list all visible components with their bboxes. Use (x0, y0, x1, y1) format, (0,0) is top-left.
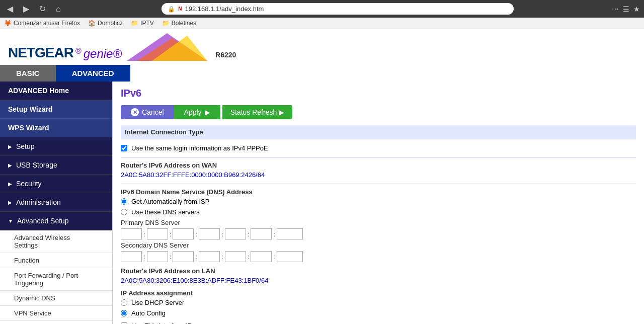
primary-dns-2[interactable] (147, 228, 168, 239)
logo-triangle (127, 33, 207, 61)
home-button[interactable]: ⌂ (53, 4, 64, 15)
get-auto-row: Get Automatically from ISP (121, 198, 636, 205)
browser-chrome: ◀ ▶ ↻ ⌂ 🔒 N 192.168.1.1/adv_index.htm ⋯ … (0, 0, 644, 18)
secondary-dns-5[interactable] (225, 251, 246, 262)
dns-sep-s6: : (273, 253, 276, 261)
divider-1 (121, 157, 636, 157)
dns-sep-s3: : (195, 253, 198, 261)
sidebar-item-setup-wizard[interactable]: Setup Wizard (0, 100, 112, 119)
bookmarks-bar: 🦊 Comenzar a usar Firefox 🏠 Domoticz 📁 I… (0, 18, 644, 29)
bookmark-iptv[interactable]: 📁 IPTV (131, 20, 154, 27)
star-icon[interactable]: ★ (633, 5, 640, 13)
sidebar-item-port-forwarding[interactable]: Port Forwarding / PortTriggering (0, 268, 112, 291)
auto-config-radio[interactable] (121, 310, 127, 316)
url-text: 192.168.1.1/adv_index.htm (185, 5, 508, 13)
back-button[interactable]: ◀ (4, 3, 16, 15)
tab-basic[interactable]: BASIC (0, 65, 56, 82)
sidebar-item-wps-wizard[interactable]: WPS Wizard (0, 119, 112, 137)
sidebar-item-static-routes[interactable]: Static Routes (0, 321, 112, 324)
status-refresh-button[interactable]: Status Refresh ▶ (222, 105, 293, 119)
address-security-icon: 🔒 (168, 6, 175, 13)
sidebar-item-vpn-service[interactable]: VPN Service (0, 306, 112, 321)
primary-dns-5[interactable] (225, 228, 246, 239)
refresh-button[interactable]: ↻ (36, 3, 49, 15)
tab-bar: BASIC ADVANCED (0, 65, 644, 82)
registered-mark: ® (75, 45, 82, 56)
lan-label: Router's IPv6 Address on LAN (121, 267, 636, 275)
secondary-dns-1[interactable] (121, 251, 142, 262)
dns-sep-s5: : (247, 253, 250, 261)
apply-button[interactable]: Apply ▶ (174, 105, 220, 119)
dns-sep-5: : (247, 230, 250, 238)
auto-config-row: Auto Config (121, 309, 636, 317)
sidebar-item-dynamic-dns[interactable]: Dynamic DNS (0, 291, 112, 306)
use-dhcp-label: Use DHCP Server (131, 299, 184, 306)
secondary-dns-7[interactable] (277, 251, 303, 262)
sidebar-group-setup[interactable]: ▶ Setup (0, 137, 112, 156)
logo-netgear-text: NETGEAR (8, 45, 73, 61)
bookmark-list-icon[interactable]: ☰ (623, 5, 629, 13)
get-auto-label: Get Automatically from ISP (131, 198, 209, 205)
dns-sep-s2: : (169, 253, 172, 261)
auto-config-label: Auto Config (131, 309, 166, 317)
netgear-icon: N (178, 6, 182, 12)
sidebar-group-administration[interactable]: ▶ Administration (0, 193, 112, 212)
content-area: IPv6 ✕ Cancel Apply ▶ Status Refresh ▶ (113, 82, 644, 324)
secondary-dns-3[interactable] (173, 251, 194, 262)
dns-sep-s1: : (143, 253, 146, 261)
address-bar[interactable]: 🔒 N 192.168.1.1/adv_index.htm (162, 3, 514, 15)
sidebar: ADVANCED Home Setup Wizard WPS Wizard ▶ … (0, 82, 113, 324)
interface-id-label: Use This interface ID (131, 322, 192, 324)
primary-dns-4[interactable] (199, 228, 220, 239)
use-same-login-label: Use the same login information as IPv4 P… (131, 144, 268, 152)
use-these-row: Use these DNS servers (121, 208, 636, 216)
ip-assignment-section: IP Address assignment Use DHCP Server Au… (121, 289, 636, 317)
browser-actions: ⋯ ☰ ★ (612, 5, 640, 13)
router-header: NETGEAR ® genie® R6220 (0, 29, 644, 65)
router-ui: NETGEAR ® genie® R6220 BASIC ADVANCED AD… (0, 29, 644, 324)
sidebar-item-advanced-home[interactable]: ADVANCED Home (0, 82, 112, 100)
cancel-button[interactable]: ✕ Cancel (121, 105, 174, 119)
dns-sep-2: : (169, 230, 172, 238)
tab-advanced[interactable]: ADVANCED (56, 65, 130, 82)
primary-dns-1[interactable] (121, 228, 142, 239)
lan-address-row: Router's IPv6 Address on LAN 2A0C:5A80:3… (121, 267, 636, 284)
setup-expand-icon: ▶ (8, 144, 12, 149)
lan-address-link[interactable]: 2A0C:5A80:3206:E100:8E3B:ADFF:FE43:1BF0/… (121, 277, 268, 284)
sidebar-item-advanced-wireless[interactable]: Advanced WirelessSettings (0, 230, 112, 253)
firefox-icon: 🦊 (4, 20, 12, 27)
use-these-radio[interactable] (121, 209, 127, 215)
forward-button[interactable]: ▶ (20, 3, 32, 15)
more-icon[interactable]: ⋯ (612, 5, 619, 13)
get-auto-radio[interactable] (121, 198, 127, 205)
sidebar-group-security[interactable]: ▶ Security (0, 175, 112, 193)
primary-dns-3[interactable] (173, 228, 194, 239)
sidebar-group-usb-storage[interactable]: ▶ USB Storage (0, 156, 112, 175)
secondary-dns-2[interactable] (147, 251, 168, 262)
bookmark-firefox[interactable]: 🦊 Comenzar a usar Firefox (4, 20, 80, 27)
sidebar-item-function[interactable]: Function (0, 253, 112, 268)
use-same-login-checkbox[interactable] (121, 145, 127, 151)
sidebar-group-advanced-setup[interactable]: ▼ Advanced Setup (0, 212, 112, 230)
bookmark-boletines[interactable]: 📁 Boletines (162, 20, 196, 27)
secondary-dns-4[interactable] (199, 251, 220, 262)
dns-sep-s4: : (221, 253, 224, 261)
wan-label: Router's IPv6 Address on WAN (121, 161, 636, 169)
primary-dns-6[interactable] (251, 228, 272, 239)
status-arrow-icon: ▶ (279, 108, 284, 116)
advanced-setup-expand-icon: ▼ (8, 218, 13, 224)
page-title: IPv6 (113, 82, 644, 103)
wan-address-link[interactable]: 2A0C:5A80:32FF:FFFE:0000:0000:B969:2426/… (121, 171, 265, 179)
bookmark-domoticz[interactable]: 🏠 Domoticz (88, 20, 123, 27)
apply-arrow-icon: ▶ (205, 108, 210, 116)
divider-2 (121, 184, 636, 184)
primary-dns-7[interactable] (277, 228, 303, 239)
dns-sep-3: : (195, 230, 198, 238)
action-bar: ✕ Cancel Apply ▶ Status Refresh ▶ (113, 103, 644, 121)
secondary-dns-6[interactable] (251, 251, 272, 262)
dns-sep-4: : (221, 230, 224, 238)
boletines-folder-icon: 📁 (162, 20, 170, 27)
use-dhcp-radio[interactable] (121, 299, 127, 306)
domoticz-icon: 🏠 (88, 20, 96, 27)
use-dhcp-row: Use DHCP Server (121, 299, 636, 306)
